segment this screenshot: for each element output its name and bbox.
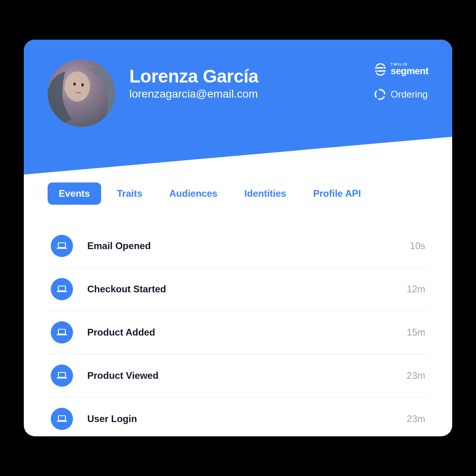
tab-identities[interactable]: Identities bbox=[233, 182, 297, 205]
tab-label: Identities bbox=[244, 188, 286, 199]
event-row[interactable]: User Login23m bbox=[48, 397, 428, 436]
tab-label: Events bbox=[59, 188, 90, 199]
laptop-icon bbox=[51, 235, 73, 257]
header: Lorenza García lorenzagarcia@email.com T… bbox=[24, 40, 452, 127]
segment-logo: TWILIO segment bbox=[374, 63, 428, 76]
events-list: Email Opened10s Checkout Started12m Prod… bbox=[24, 225, 452, 436]
event-time: 23m bbox=[407, 413, 425, 424]
event-name: User Login bbox=[87, 413, 407, 424]
event-row[interactable]: Product Viewed23m bbox=[48, 354, 428, 397]
laptop-icon bbox=[51, 408, 73, 430]
svg-rect-9 bbox=[58, 329, 65, 334]
tab-label: Traits bbox=[117, 188, 142, 199]
event-name: Product Added bbox=[87, 327, 407, 338]
ordering-logo-name: Ordering bbox=[391, 89, 428, 100]
segment-icon bbox=[374, 63, 387, 76]
event-time: 12m bbox=[407, 284, 425, 295]
profile-card: Lorenza García lorenzagarcia@email.com T… bbox=[24, 40, 452, 436]
svg-rect-8 bbox=[58, 286, 65, 291]
svg-rect-7 bbox=[58, 243, 65, 248]
tab-events[interactable]: Events bbox=[48, 182, 101, 205]
svg-point-5 bbox=[375, 70, 377, 71]
svg-rect-11 bbox=[58, 416, 65, 420]
svg-rect-10 bbox=[58, 372, 65, 377]
event-row[interactable]: Email Opened10s bbox=[48, 225, 428, 268]
tab-label: Profile API bbox=[313, 188, 361, 199]
laptop-icon bbox=[51, 278, 73, 300]
tabs: EventsTraitsAudiencesIdentitiesProfile A… bbox=[48, 182, 428, 205]
segment-logo-name: segment bbox=[391, 66, 428, 76]
tab-traits[interactable]: Traits bbox=[106, 182, 154, 205]
event-name: Product Viewed bbox=[87, 370, 407, 381]
event-time: 15m bbox=[407, 327, 425, 338]
avatar bbox=[48, 60, 115, 127]
svg-point-3 bbox=[81, 83, 84, 86]
user-email: lorenzagarcia@email.com bbox=[129, 88, 374, 100]
event-name: Checkout Started bbox=[87, 284, 407, 295]
event-row[interactable]: Product Added15m bbox=[48, 311, 428, 354]
ordering-icon bbox=[374, 88, 386, 100]
tab-label: Audiences bbox=[169, 188, 217, 199]
event-name: Email Opened bbox=[87, 240, 410, 251]
svg-point-2 bbox=[73, 83, 76, 86]
event-time: 10s bbox=[410, 240, 425, 251]
event-time: 23m bbox=[407, 370, 425, 381]
event-row[interactable]: Checkout Started12m bbox=[48, 268, 428, 311]
user-name: Lorenza García bbox=[129, 65, 374, 87]
laptop-icon bbox=[51, 321, 73, 344]
laptop-icon bbox=[51, 365, 73, 387]
avatar-placeholder-icon bbox=[48, 60, 115, 127]
tab-audiences[interactable]: Audiences bbox=[158, 182, 228, 205]
user-info: Lorenza García lorenzagarcia@email.com bbox=[129, 65, 374, 100]
logos-area: TWILIO segment Ordering bbox=[374, 63, 428, 100]
tab-profile-api[interactable]: Profile API bbox=[302, 182, 372, 205]
svg-point-6 bbox=[375, 90, 385, 99]
segment-logo-text: TWILIO segment bbox=[391, 63, 428, 76]
ordering-logo: Ordering bbox=[374, 88, 428, 100]
svg-point-1 bbox=[65, 71, 90, 102]
tabs-container: EventsTraitsAudiencesIdentitiesProfile A… bbox=[24, 182, 452, 205]
svg-point-4 bbox=[384, 67, 386, 68]
